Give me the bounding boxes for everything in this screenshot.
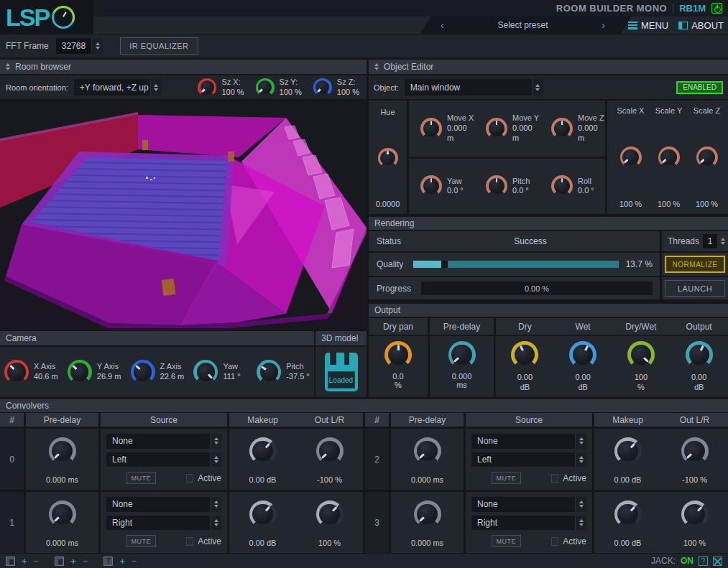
- normalize-button[interactable]: NORMALIZE: [665, 256, 725, 273]
- camera-yaw-knob[interactable]: [193, 360, 218, 384]
- help-icon[interactable]: ?: [699, 557, 708, 566]
- active-checkbox[interactable]: [551, 537, 559, 546]
- room-browser-title: Room browser: [15, 62, 71, 72]
- scale-y-knob[interactable]: [658, 146, 680, 168]
- camera-pitch-knob[interactable]: [257, 360, 281, 384]
- pitch-knob-group: Pitch0.0 °: [486, 175, 540, 197]
- output-gain-knob[interactable]: [686, 341, 713, 368]
- hue-label: Hue: [380, 108, 395, 116]
- fft-frame-spinner[interactable]: 32768: [56, 38, 103, 54]
- zoom-in-button[interactable]: +: [119, 557, 125, 566]
- lsp-logo: LSP: [0, 0, 93, 34]
- preset-label[interactable]: Select preset: [497, 20, 548, 30]
- makeup-knob[interactable]: [249, 437, 277, 465]
- active-checkbox[interactable]: [186, 474, 194, 483]
- pitch-knob[interactable]: [486, 175, 507, 197]
- output-gain-cell: 0.00 dB: [670, 336, 728, 397]
- room-3d-view[interactable]: [0, 100, 367, 330]
- scale-z-knob[interactable]: [696, 146, 718, 168]
- room-orientation-spin-buttons[interactable]: [150, 79, 162, 96]
- about-icon: [678, 22, 688, 29]
- makeup-knob[interactable]: [249, 501, 277, 528]
- zoom-in-button[interactable]: +: [22, 557, 27, 566]
- makeup-knob[interactable]: [614, 437, 642, 465]
- about-button[interactable]: ABOUT: [678, 20, 724, 31]
- connections-icon[interactable]: [713, 557, 722, 566]
- move-z-knob-group: Move Z0.000 m: [551, 113, 605, 143]
- makeup-knob[interactable]: [614, 501, 642, 528]
- camera-header: Camera: [0, 331, 314, 345]
- ir-equalizer-button[interactable]: IR EQUALIZER: [120, 37, 198, 55]
- convolver-predelay-knob[interactable]: [414, 501, 441, 528]
- roll-knob[interactable]: [551, 175, 573, 197]
- object-select-spin-buttons[interactable]: [532, 79, 543, 96]
- out-lr-knob[interactable]: [316, 501, 344, 528]
- room-3d-render: [0, 100, 367, 330]
- out-lr-knob[interactable]: [316, 437, 344, 465]
- collapse-expand-icon[interactable]: [374, 63, 379, 70]
- quality-label: Quality: [369, 259, 403, 269]
- convolver-predelay-knob[interactable]: [49, 501, 76, 528]
- object-enabled-toggle[interactable]: ENABLED: [676, 81, 723, 94]
- scale-x-knob[interactable]: [620, 146, 642, 168]
- room-orientation-select[interactable]: +Y forward, +Z up: [74, 79, 162, 96]
- hue-knob[interactable]: [378, 148, 398, 168]
- size-x-knob[interactable]: [198, 78, 216, 97]
- active-checkbox[interactable]: [186, 537, 194, 546]
- pre-delay-knob[interactable]: [448, 341, 476, 368]
- wet-knob[interactable]: [569, 341, 596, 368]
- out-lr-knob[interactable]: [681, 501, 709, 528]
- fft-frame-spin-buttons[interactable]: [91, 38, 103, 54]
- dry-knob[interactable]: [511, 341, 538, 368]
- threads-spin-buttons[interactable]: [721, 238, 725, 245]
- zoom-in-button[interactable]: +: [70, 557, 76, 566]
- camera-z-knob[interactable]: [131, 360, 155, 384]
- move-y-knob[interactable]: [486, 118, 507, 139]
- col-source: Source: [466, 413, 592, 427]
- convolver-predelay-knob[interactable]: [49, 437, 76, 465]
- mute-button[interactable]: MUTE: [492, 472, 521, 484]
- camera-x-knob-group: X Axis40.6 m: [4, 360, 62, 384]
- active-checkbox[interactable]: [551, 474, 559, 483]
- camera-controls: X Axis40.6 m Y Axis26.9 m Z Axis22.6 m Y…: [0, 347, 314, 397]
- launch-button[interactable]: LAUNCH: [665, 280, 725, 297]
- dry-pan-knob[interactable]: [384, 341, 412, 368]
- power-icon[interactable]: [711, 3, 722, 14]
- source-channel-select[interactable]: Right: [106, 516, 221, 531]
- source-file-select[interactable]: None: [106, 497, 221, 512]
- convolver-predelay-knob[interactable]: [414, 437, 441, 465]
- preset-prev-button[interactable]: ‹: [441, 19, 444, 31]
- camera-y-knob[interactable]: [68, 360, 92, 384]
- size-y-knob[interactable]: [256, 78, 275, 97]
- object-select[interactable]: Main window: [405, 79, 543, 96]
- mute-button[interactable]: MUTE: [126, 535, 156, 547]
- size-z-knob[interactable]: [313, 78, 332, 97]
- camera-x-knob[interactable]: [4, 360, 29, 384]
- source-file-select[interactable]: None: [471, 497, 586, 512]
- source-channel-select[interactable]: Right: [471, 516, 586, 531]
- zoom-out-button[interactable]: −: [132, 557, 137, 566]
- move-x-knob[interactable]: [420, 118, 442, 139]
- source-file-select[interactable]: None: [106, 434, 221, 449]
- source-file-select[interactable]: None: [471, 434, 586, 449]
- menu-button[interactable]: MENU: [628, 20, 668, 31]
- threads-value[interactable]: 1: [703, 234, 717, 248]
- mute-button[interactable]: MUTE: [126, 472, 156, 484]
- yaw-knob[interactable]: [420, 175, 442, 197]
- zoom-out-button[interactable]: −: [83, 557, 88, 566]
- quality-slider-handle[interactable]: [441, 261, 448, 268]
- source-channel-select[interactable]: Left: [471, 452, 586, 467]
- scale-x-group: Scale X 100 %: [612, 106, 650, 208]
- zoom-out-button[interactable]: −: [34, 557, 40, 566]
- preset-next-button[interactable]: ›: [602, 19, 605, 31]
- source-channel-select[interactable]: Left: [106, 452, 221, 467]
- collapse-expand-icon[interactable]: [6, 63, 10, 70]
- dry-wet-knob[interactable]: [627, 341, 655, 368]
- yaw-knob-group: Yaw0.0 °: [420, 175, 474, 197]
- progress-value: 0.00 %: [525, 284, 549, 293]
- mute-button[interactable]: MUTE: [492, 535, 521, 547]
- quality-slider[interactable]: [413, 261, 618, 268]
- out-lr-knob[interactable]: [681, 437, 709, 465]
- normalize-cell: NORMALIZE: [662, 253, 728, 276]
- move-z-knob[interactable]: [551, 118, 573, 139]
